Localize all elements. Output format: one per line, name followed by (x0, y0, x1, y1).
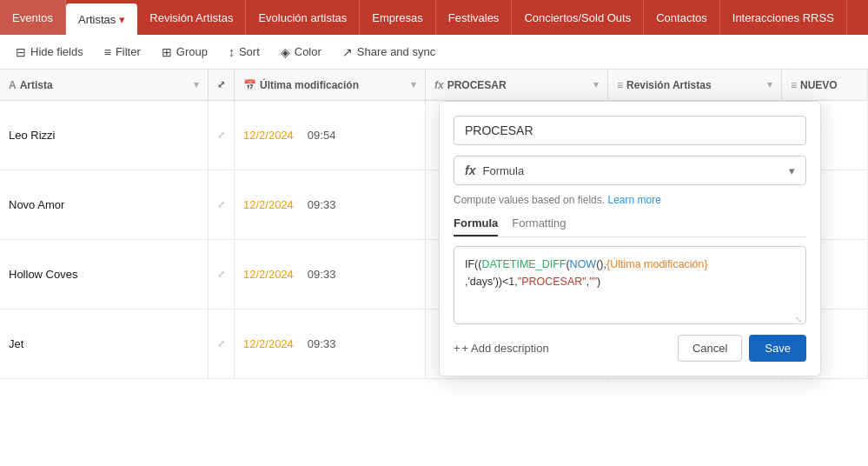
filter-icon: ≡ (104, 45, 111, 59)
col-header-procesar[interactable]: fx PROCESAR ▾ (426, 70, 608, 100)
nav-interacciones[interactable]: Interacciones RRSS (720, 0, 847, 35)
formula-text: IF((DATETIME_DIFF(NOW(),{Última modifica… (465, 256, 795, 290)
expand-row-icon: ⤢ (217, 269, 225, 280)
cell-expand-0[interactable]: ⤢ (209, 101, 235, 170)
popup-tabs: Formula Formatting (454, 216, 806, 237)
col-header-expand[interactable]: ⤢ (209, 70, 235, 100)
cell-artista-3: Jet (0, 310, 209, 378)
cell-artista-0: Leo Rizzi (0, 101, 209, 170)
save-button[interactable]: Save (749, 335, 806, 362)
type-chevron-icon: ▾ (789, 164, 795, 177)
cell-ultima-1: 12/2/2024 09:33 (235, 170, 426, 239)
cell-expand-3[interactable]: ⤢ (209, 310, 235, 378)
cell-artista-2: Hollow Coves (0, 240, 209, 309)
table-container: A Artista ▾ ⤢ 📅 Última modificación ▾ fx… (0, 70, 868, 466)
footer-actions: Cancel Save (678, 335, 806, 362)
cell-ultima-3: 12/2/2024 09:33 (235, 310, 426, 378)
add-description-button[interactable]: + + Add description (454, 342, 549, 355)
plus-icon: + (454, 342, 461, 355)
nav-conciertos[interactable]: Conciertos/Sold Outs (512, 0, 644, 35)
top-nav: Eventos Artistas ▾ Revisión Artistas Evo… (0, 0, 868, 35)
tab-formatting[interactable]: Formatting (512, 216, 566, 236)
filter-button[interactable]: ≡ Filter (96, 42, 149, 63)
nav-contactos[interactable]: Contactos (644, 0, 720, 35)
nav-revision[interactable]: Revisión Artistas (137, 0, 246, 35)
color-button[interactable]: ◈ Color (272, 42, 330, 63)
toolbar: ⊟ Hide fields ≡ Filter ⊞ Group ↕ Sort ◈ … (0, 35, 868, 70)
group-icon: ⊞ (162, 45, 172, 59)
share-sync-button[interactable]: ↗ Share and sync (334, 42, 444, 63)
field-name-input[interactable] (454, 116, 806, 145)
expand-icon: ⤢ (217, 79, 225, 90)
expand-row-icon: ⤢ (217, 199, 225, 210)
expand-row-icon: ⤢ (217, 130, 225, 141)
ultima-sort-icon: ▾ (411, 79, 416, 90)
cancel-button[interactable]: Cancel (678, 335, 742, 362)
procesar-sort-icon: ▾ (593, 79, 599, 90)
procesar-col-icon: fx (434, 79, 444, 91)
sort-button[interactable]: ↕ Sort (220, 42, 268, 63)
field-type-selector[interactable]: fx Formula ▾ (454, 156, 806, 185)
hide-fields-button[interactable]: ⊟ Hide fields (7, 42, 92, 63)
popup-description: Compute values based on fields. Learn mo… (454, 194, 806, 206)
artista-sort-icon: ▾ (194, 79, 199, 90)
col-header-nuevo[interactable]: ≡ NUEVO (782, 70, 868, 100)
formula-type-icon: fx (465, 163, 475, 177)
cell-expand-2[interactable]: ⤢ (209, 240, 235, 309)
col-header-artista[interactable]: A Artista ▾ (0, 70, 209, 100)
group-button[interactable]: ⊞ Group (153, 42, 216, 63)
nav-eventos[interactable]: Eventos (0, 0, 66, 35)
nav-artistas[interactable]: Artistas ▾ (66, 3, 137, 35)
nav-empresas[interactable]: Empresas (360, 0, 436, 35)
tab-formula[interactable]: Formula (454, 216, 498, 236)
col-header-revision[interactable]: ≡ Revisión Artistas ▾ (608, 70, 782, 100)
resize-handle[interactable]: ⤡ (795, 313, 804, 322)
share-icon: ↗ (342, 45, 353, 59)
revision-col-icon: ≡ (617, 79, 623, 91)
hide-fields-icon: ⊟ (16, 45, 26, 59)
sort-icon: ↕ (229, 45, 235, 59)
popup-footer: + + Add description Cancel Save (454, 335, 806, 362)
field-editor-popup: fx Formula ▾ Compute values based on fie… (439, 101, 821, 376)
cell-ultima-2: 12/2/2024 09:33 (235, 240, 426, 309)
cell-ultima-0: 12/2/2024 09:54 (235, 101, 426, 170)
cell-artista-1: Novo Amor (0, 170, 209, 239)
learn-more-link[interactable]: Learn more (607, 194, 660, 206)
cell-expand-1[interactable]: ⤢ (209, 170, 235, 239)
color-icon: ◈ (281, 45, 290, 59)
nav-festivales[interactable]: Festivales (436, 0, 513, 35)
artista-col-icon: A (9, 79, 17, 91)
formula-editor[interactable]: IF((DATETIME_DIFF(NOW(),{Última modifica… (454, 246, 806, 324)
col-header-ultima[interactable]: 📅 Última modificación ▾ (235, 70, 426, 100)
table-header: A Artista ▾ ⤢ 📅 Última modificación ▾ fx… (0, 70, 868, 101)
ultima-col-icon: 📅 (243, 79, 256, 91)
nuevo-col-icon: ≡ (791, 79, 797, 91)
expand-row-icon: ⤢ (217, 338, 225, 350)
nav-evolucion[interactable]: Evolución artistas (246, 0, 360, 35)
artistas-arrow-icon: ▾ (119, 13, 125, 26)
revision-sort-icon: ▾ (767, 79, 772, 90)
